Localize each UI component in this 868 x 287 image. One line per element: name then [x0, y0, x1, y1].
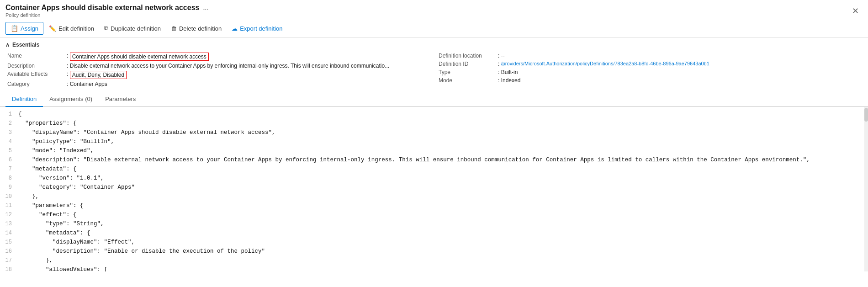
- tabs-bar: Definition Assignments (0) Parameters: [0, 92, 868, 107]
- description-value: Disable external network access to your …: [70, 63, 389, 69]
- tab-assignments[interactable]: Assignments (0): [43, 92, 99, 107]
- line-content: "displayName": "Container Apps should di…: [18, 128, 275, 137]
- def-location-label: Definition location: [439, 53, 498, 59]
- page-title: Container Apps should disable external n…: [5, 4, 208, 12]
- code-line: 1{: [0, 110, 868, 119]
- line-number: 3: [0, 128, 18, 137]
- line-number: 14: [0, 229, 18, 238]
- export-label: Export definition: [240, 25, 282, 32]
- essentials-grid: Name : Container Apps should disable ext…: [5, 52, 863, 88]
- effects-label: Available Effects: [7, 71, 67, 77]
- code-line: 14 "metadata": {: [0, 229, 868, 238]
- type-colon: :: [498, 69, 501, 75]
- tab-parameters[interactable]: Parameters: [99, 92, 142, 107]
- duplicate-icon: ⧉: [104, 25, 108, 32]
- def-location-row: Definition location : --: [439, 52, 861, 60]
- line-content: "type": "String",: [18, 219, 104, 229]
- code-line: 17 },: [0, 256, 868, 265]
- code-line: 5 "mode": "Indexed",: [0, 146, 868, 155]
- type-label: Type: [439, 69, 498, 75]
- export-definition-button[interactable]: ☁ Export definition: [227, 23, 287, 34]
- line-number: 5: [0, 146, 18, 155]
- mode-label: Mode: [439, 77, 498, 84]
- line-content: "version": "1.0.1",: [18, 174, 104, 183]
- code-line: 11 "parameters": {: [0, 201, 868, 210]
- edit-label: Edit definition: [58, 25, 94, 32]
- toolbar: 📋 Assign ✏️ Edit definition ⧉ Duplicate …: [0, 19, 868, 38]
- name-label: Name: [7, 53, 67, 59]
- code-line: 13 "type": "String",: [0, 219, 868, 229]
- duplicate-definition-button[interactable]: ⧉ Duplicate definition: [100, 22, 165, 34]
- mode-row: Mode : Indexed: [439, 76, 861, 85]
- line-number: 12: [0, 210, 18, 219]
- description-colon: :: [67, 63, 70, 69]
- assign-icon: 📋: [11, 25, 18, 32]
- line-number: 4: [0, 137, 18, 146]
- code-line: 7 "metadata": {: [0, 165, 868, 174]
- line-content: },: [18, 192, 39, 201]
- line-content: "description": "Disable external network…: [18, 155, 810, 165]
- code-line: 8 "version": "1.0.1",: [0, 174, 868, 183]
- essentials-section: ∧ Essentials Name : Container Apps shoul…: [0, 38, 868, 90]
- line-number: 7: [0, 165, 18, 174]
- line-number: 13: [0, 219, 18, 229]
- line-number: 2: [0, 119, 18, 128]
- essentials-left: Name : Container Apps should disable ext…: [7, 52, 429, 88]
- name-value-colon: :: [67, 53, 70, 59]
- code-wrapper: 1{2 "properties": {3 "displayName": "Con…: [0, 107, 868, 271]
- scrollbar-track[interactable]: [864, 107, 868, 271]
- category-value: Container Apps: [70, 81, 107, 87]
- code-line: 16 "description": "Enable or disable the…: [0, 247, 868, 256]
- description-row: Description : Disable external network a…: [7, 62, 429, 70]
- line-number: 10: [0, 192, 18, 201]
- effects-colon: :: [67, 71, 70, 77]
- category-colon: :: [67, 81, 70, 87]
- category-label: Category: [7, 81, 67, 87]
- delete-definition-button[interactable]: 🗑 Delete definition: [166, 23, 226, 34]
- essentials-title: Essentials: [12, 42, 39, 48]
- line-content: "metadata": {: [18, 165, 77, 174]
- code-line: 15 "displayName": "Effect",: [0, 238, 868, 247]
- def-location-value: --: [501, 53, 505, 59]
- category-row: Category : Container Apps: [7, 80, 429, 88]
- line-content: "metadata": {: [18, 229, 90, 238]
- line-number: 17: [0, 256, 18, 265]
- def-id-row: Definition ID : /providers/Microsoft.Aut…: [439, 60, 861, 68]
- mode-value: Indexed: [501, 77, 521, 84]
- delete-label: Delete definition: [179, 25, 222, 32]
- tab-definition[interactable]: Definition: [5, 92, 43, 107]
- name-row: Name : Container Apps should disable ext…: [7, 52, 429, 62]
- code-line: 10 },: [0, 192, 868, 201]
- title-text: Container Apps should disable external n…: [5, 4, 199, 12]
- code-line: 12 "effect": {: [0, 210, 868, 219]
- line-number: 1: [0, 110, 18, 119]
- export-icon: ☁: [232, 25, 238, 32]
- essentials-header[interactable]: ∧ Essentials: [5, 42, 863, 48]
- edit-definition-button[interactable]: ✏️ Edit definition: [44, 23, 99, 34]
- scrollbar-thumb[interactable]: [864, 108, 868, 122]
- line-content: "category": "Container Apps": [18, 183, 135, 192]
- def-location-colon: :: [498, 53, 501, 59]
- close-button[interactable]: ✕: [848, 4, 863, 18]
- def-id-value: /providers/Microsoft.Authorization/polic…: [501, 61, 709, 66]
- more-options-icon[interactable]: ...: [203, 4, 208, 11]
- code-area[interactable]: 1{2 "properties": {3 "displayName": "Con…: [0, 107, 868, 271]
- line-content: "effect": {: [18, 210, 77, 219]
- page-subtitle: Policy definition: [5, 12, 208, 18]
- line-number: 18: [0, 265, 18, 271]
- code-line: 2 "properties": {: [0, 119, 868, 128]
- title-bar-left: Container Apps should disable external n…: [5, 4, 208, 18]
- duplicate-label: Duplicate definition: [111, 25, 161, 32]
- line-content: "description": "Enable or disable the ex…: [18, 247, 265, 256]
- effects-value: Audit, Deny, Disabled: [70, 71, 127, 79]
- name-value: Container Apps should disable external n…: [70, 53, 209, 61]
- assign-label: Assign: [21, 25, 38, 32]
- line-content: "properties": {: [18, 119, 77, 128]
- description-label: Description: [7, 63, 67, 69]
- line-number: 15: [0, 238, 18, 247]
- line-number: 11: [0, 201, 18, 210]
- line-content: "allowedValues": [: [18, 265, 107, 271]
- line-number: 16: [0, 247, 18, 256]
- assign-button[interactable]: 📋 Assign: [5, 22, 43, 35]
- line-content: "mode": "Indexed",: [18, 146, 94, 155]
